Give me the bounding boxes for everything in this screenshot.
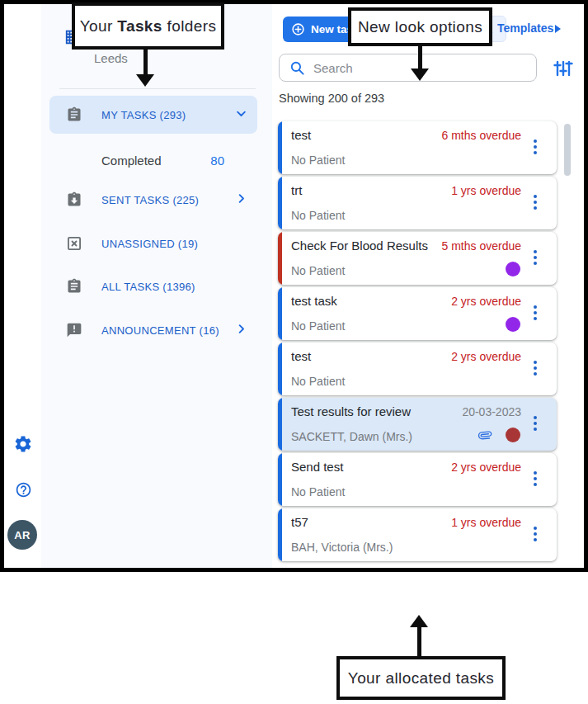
arrow-down-line [143, 50, 148, 74]
chevron-right-icon[interactable] [235, 192, 247, 208]
task-card[interactable]: t57 1 yrs overdue BAH, Victoria (Mrs.) [278, 508, 557, 561]
square-x-icon [66, 235, 82, 252]
task-card[interactable]: trt 1 yrs overdue No Patient [278, 177, 557, 229]
task-due: 2 yrs overdue [451, 461, 521, 474]
task-title: test task [291, 294, 337, 308]
task-due: 5 mths overdue [442, 239, 522, 253]
task-patient: No Patient [291, 375, 345, 388]
list-status: Showing 200 of 293 [279, 92, 384, 105]
task-patient: No Patient [291, 319, 345, 333]
announcement-icon [66, 322, 82, 338]
search-box [279, 54, 537, 82]
task-card[interactable]: Send test 2 yrs overdue No Patient [278, 453, 557, 506]
status-dot [506, 262, 520, 276]
clipboard-list-icon [66, 278, 82, 295]
priority-stripe [278, 121, 282, 174]
task-patient: BAH, Victoria (Mrs.) [291, 541, 393, 554]
settings-gear-icon[interactable] [13, 434, 33, 454]
kebab-menu-icon[interactable] [532, 193, 539, 211]
task-due: 20-03-2023 [462, 405, 521, 418]
status-dot [506, 317, 520, 332]
divider [59, 88, 256, 89]
chevron-down-icon[interactable] [235, 107, 247, 123]
task-title: test [291, 349, 311, 363]
kebab-menu-icon[interactable] [532, 248, 539, 267]
priority-stripe [278, 508, 282, 561]
status-dot [506, 428, 520, 442]
help-icon[interactable] [15, 481, 32, 498]
task-card[interactable]: Test results for review 20-03-2023 SACKE… [278, 398, 557, 451]
task-patient: No Patient [291, 154, 345, 167]
kebab-menu-icon[interactable] [532, 525, 539, 543]
filter-sliders-icon[interactable] [553, 59, 573, 78]
annotation-text: Your allocated tasks [348, 669, 494, 687]
task-title: trt [291, 183, 302, 197]
sidebar-item-label: Completed [101, 154, 162, 168]
arrow-up-head [410, 615, 428, 627]
priority-stripe [278, 287, 282, 340]
templates-link[interactable]: Templates [497, 21, 553, 35]
search-icon [289, 60, 305, 76]
kebab-menu-icon[interactable] [532, 470, 539, 488]
task-due: 2 yrs overdue [451, 295, 521, 308]
kebab-menu-icon[interactable] [532, 414, 539, 432]
task-due: 2 yrs overdue [451, 350, 521, 363]
sidebar-item-label: UNASSIGNED (19) [101, 238, 198, 250]
priority-stripe [278, 343, 282, 395]
sidebar-item-unassigned[interactable]: UNASSIGNED (19) [49, 224, 257, 262]
kebab-menu-icon[interactable] [532, 359, 539, 377]
priority-stripe [278, 398, 282, 451]
sidebar-item-all-tasks[interactable]: ALL TASKS (1396) [49, 267, 257, 305]
sidebar-item-label: ALL TASKS (1396) [101, 281, 195, 293]
task-list-panel: New task New announcement Templates Show… [272, 4, 584, 568]
task-card[interactable]: test task 2 yrs overdue No Patient [278, 287, 557, 340]
sidebar-item-label: SENT TASKS (225) [101, 194, 199, 206]
sidebar-item-sent-tasks[interactable]: SENT TASKS (225) [49, 181, 257, 219]
annotation-tasks-folders: Your Tasks folders [72, 2, 224, 50]
sidebar-item-label: MY TASKS (293) [101, 109, 186, 121]
tasks-sidebar: Tasks Leeds MY TASKS (293) Completed 80 … [41, 4, 272, 568]
task-title: test [291, 128, 311, 142]
task-patient: SACKETT, Dawn (Mrs.) [291, 430, 412, 443]
kebab-menu-icon[interactable] [532, 138, 539, 156]
plus-circle-icon [291, 22, 305, 36]
task-title: Test results for review [291, 404, 411, 418]
task-patient: No Patient [291, 485, 345, 498]
task-card[interactable]: Check For Blood Results 5 mths overdue N… [278, 232, 557, 285]
sidebar-item-my-tasks[interactable]: MY TASKS (293) [49, 96, 257, 134]
arrow-down-line [418, 46, 422, 69]
task-due: 1 yrs overdue [451, 184, 521, 197]
sidebar-item-completed[interactable]: Completed 80 [49, 141, 257, 179]
task-card[interactable]: test 2 yrs overdue No Patient [278, 343, 557, 395]
task-title: t57 [291, 515, 308, 529]
sidebar-item-label: ANNOUNCEMENT (16) [101, 324, 219, 337]
left-rail: AR [4, 4, 41, 568]
avatar[interactable]: AR [7, 520, 37, 550]
templates-caret-icon[interactable] [555, 25, 561, 33]
completed-count: 80 [210, 154, 224, 168]
arrow-down-head [411, 69, 429, 81]
clipboard-download-icon [66, 191, 82, 208]
task-title: Send test [291, 460, 343, 474]
app-window: AR Tasks Leeds MY TASKS (293) Completed … [0, 0, 588, 572]
task-card[interactable]: test 6 mths overdue No Patient [278, 121, 557, 174]
priority-stripe [278, 453, 282, 506]
task-patient: No Patient [291, 264, 345, 277]
sidebar-item-announcement[interactable]: ANNOUNCEMENT (16) [49, 311, 257, 349]
kebab-menu-icon[interactable] [532, 304, 539, 322]
scrollbar-thumb[interactable] [564, 124, 571, 176]
annotation-allocated-tasks: Your allocated tasks [336, 656, 506, 700]
annotation-text: Your Tasks folders [80, 17, 217, 35]
task-due: 1 yrs overdue [451, 516, 521, 529]
arrow-up-line [417, 627, 421, 657]
task-title: Check For Blood Results [291, 239, 428, 253]
priority-stripe [278, 177, 282, 229]
attachment-icon [473, 426, 494, 447]
annotation-new-look-options: New look options [348, 7, 492, 46]
clipboard-icon [66, 106, 82, 123]
task-due: 6 mths overdue [442, 129, 522, 142]
annotation-text: New look options [358, 18, 482, 36]
priority-stripe [278, 232, 282, 285]
chevron-right-icon[interactable] [235, 323, 247, 338]
sidebar-subtitle: Leeds [94, 51, 128, 65]
